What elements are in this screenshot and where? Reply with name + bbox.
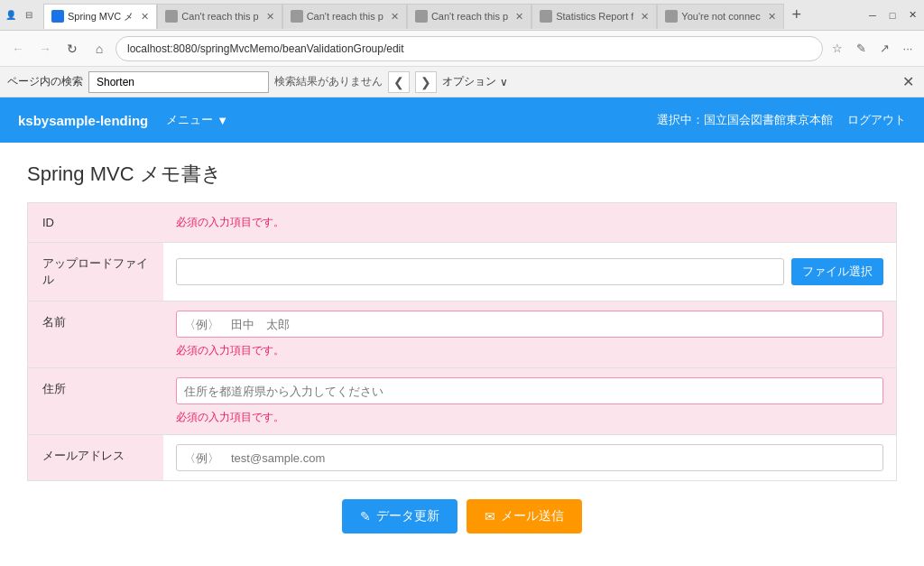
tab-6-close[interactable]: ✕: [768, 11, 776, 23]
email-label: メール送信: [501, 508, 564, 524]
collection-icon[interactable]: ✎: [852, 40, 870, 58]
file-input[interactable]: [176, 258, 784, 285]
field-name: 必須の入力項目です。: [163, 302, 896, 367]
chevron-down-icon: ∨: [500, 76, 508, 88]
tab-bar: 👤 ⊟ Spring MVC メ ✕ Can't reach this p ✕ …: [0, 0, 924, 31]
close-button[interactable]: ✕: [904, 7, 920, 23]
file-select-button[interactable]: ファイル選択: [791, 258, 883, 285]
header-right: 選択中：国立国会図書館東京本館 ログアウト: [657, 112, 906, 128]
minimize-button[interactable]: ─: [864, 7, 881, 23]
address-input[interactable]: [116, 36, 823, 61]
tab-active-label: Spring MVC メ: [68, 10, 134, 23]
tab-2-close[interactable]: ✕: [266, 11, 274, 23]
tab-4[interactable]: Can't reach this p ✕: [407, 4, 531, 29]
logout-button[interactable]: ログアウト: [847, 112, 906, 128]
field-id: 必須の入力項目です。: [163, 203, 896, 242]
email-input[interactable]: [176, 444, 883, 471]
find-label: ページ内の検索: [7, 74, 83, 89]
address-icons: ☆ ✎ ↗ ···: [828, 40, 917, 58]
update-icon: ✎: [360, 509, 371, 524]
app-header: ksbysample-lending メニュー ▼ 選択中：国立国会図書館東京本…: [0, 97, 924, 143]
browser-controls-left: 👤 ⊟: [4, 8, 36, 23]
tab-3-favicon: [291, 10, 303, 23]
tab-2-favicon: [165, 10, 178, 23]
forward-button[interactable]: →: [34, 38, 56, 60]
menu-button[interactable]: メニュー ▼: [166, 112, 228, 128]
update-label: データ更新: [376, 508, 439, 524]
field-address: 必須の入力項目です。: [163, 368, 896, 434]
field-email: [163, 435, 896, 480]
selected-library: 選択中：国立国会図書館東京本館: [657, 112, 833, 128]
tab-5-close[interactable]: ✕: [641, 11, 649, 23]
field-file: ファイル選択: [163, 243, 896, 301]
label-address: 住所: [28, 368, 163, 434]
back-button[interactable]: ←: [7, 38, 29, 60]
menu-arrow-icon: ▼: [217, 114, 228, 127]
page-content: ksbysample-lending メニュー ▼ 選択中：国立国会図書館東京本…: [0, 97, 924, 566]
address-input[interactable]: [176, 377, 883, 404]
form-row-id: ID 必須の入力項目です。: [28, 203, 896, 243]
page-title: Spring MVC メモ書き: [27, 161, 897, 188]
tab-2[interactable]: Can't reach this p ✕: [157, 4, 282, 29]
label-file: アップロードファイル: [28, 243, 163, 301]
find-bar: ページ内の検索 検索結果がありません ❮ ❯ オプション ∨ ✕: [0, 67, 924, 97]
tab-2-label: Can't reach this p: [181, 11, 258, 22]
tab-6-label: You're not connec: [681, 11, 760, 22]
tab-4-favicon: [415, 10, 428, 23]
find-input[interactable]: [88, 71, 269, 93]
window-controls: ─ □ ✕: [864, 7, 920, 23]
form-row-email: メールアドレス: [28, 435, 896, 480]
find-close-button[interactable]: ✕: [899, 73, 917, 91]
tab-active-close[interactable]: ✕: [141, 11, 149, 23]
email-icon: ✉: [485, 509, 495, 524]
tab-3-label: Can't reach this p: [307, 11, 383, 22]
tab-5[interactable]: Statistics Report f ✕: [531, 4, 657, 29]
menu-label: メニュー: [166, 112, 213, 128]
error-name: 必須の入力項目です。: [176, 343, 883, 358]
label-id: ID: [28, 203, 163, 242]
tab-active[interactable]: Spring MVC メ ✕: [43, 4, 157, 29]
tab-3-close[interactable]: ✕: [391, 11, 399, 23]
label-name: 名前: [28, 302, 163, 367]
tab-6[interactable]: You're not connec ✕: [657, 4, 783, 29]
settings-icon[interactable]: ···: [899, 40, 917, 58]
tab-4-close[interactable]: ✕: [515, 11, 523, 23]
error-address: 必須の入力項目です。: [176, 410, 883, 425]
browser-chrome: 👤 ⊟ Spring MVC メ ✕ Can't reach this p ✕ …: [0, 0, 924, 97]
profile-icon[interactable]: 👤: [4, 8, 18, 23]
update-button[interactable]: ✎ データ更新: [342, 499, 457, 534]
find-prev-button[interactable]: ❮: [388, 71, 410, 93]
label-email: メールアドレス: [28, 435, 163, 480]
refresh-button[interactable]: ↻: [61, 38, 83, 60]
find-options-label: オプション: [442, 74, 496, 89]
main-area: Spring MVC メモ書き ID 必須の入力項目です。 アップロードファイル…: [0, 143, 924, 552]
tab-5-favicon: [540, 10, 552, 23]
tab-5-label: Statistics Report f: [556, 11, 633, 22]
name-input[interactable]: [176, 311, 883, 338]
tab-4-label: Can't reach this p: [431, 11, 508, 22]
find-options-button[interactable]: オプション ∨: [442, 74, 508, 89]
share-icon[interactable]: ↗: [875, 40, 893, 58]
form-container: ID 必須の入力項目です。 アップロードファイル ファイル選択 名前: [27, 202, 897, 481]
form-row-address: 住所 必須の入力項目です。: [28, 368, 896, 435]
app-brand: ksbysample-lending: [18, 113, 148, 128]
tab-6-favicon: [665, 10, 678, 23]
address-bar: ← → ↻ ⌂ ☆ ✎ ↗ ···: [0, 31, 924, 67]
find-next-button[interactable]: ❯: [415, 71, 437, 93]
action-buttons: ✎ データ更新 ✉ メール送信: [27, 499, 897, 534]
home-button[interactable]: ⌂: [88, 38, 110, 60]
error-id: 必須の入力項目です。: [176, 215, 883, 230]
new-tab-button[interactable]: +: [784, 3, 809, 28]
bookmark-icon[interactable]: ☆: [828, 40, 846, 58]
form-row-file: アップロードファイル ファイル選択: [28, 243, 896, 302]
maximize-button[interactable]: □: [884, 7, 901, 23]
file-upload-row: ファイル選択: [176, 258, 883, 285]
tab-3[interactable]: Can't reach this p ✕: [282, 4, 407, 29]
tab-favicon-active: [51, 10, 64, 23]
tab-list-icon[interactable]: ⊟: [22, 8, 36, 23]
form-row-name: 名前 必須の入力項目です。: [28, 302, 896, 368]
find-status: 検索結果がありません: [274, 74, 383, 89]
email-button[interactable]: ✉ メール送信: [467, 499, 582, 534]
